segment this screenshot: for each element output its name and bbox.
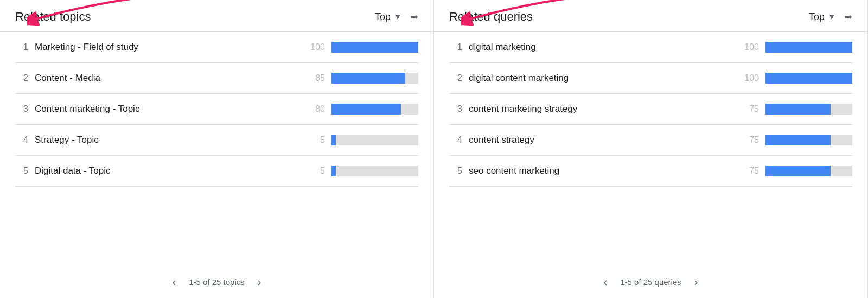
bar-fill [765, 135, 831, 145]
bar-fill [331, 135, 336, 145]
right-panel-footer: ‹ 1-5 of 25 queries › [434, 266, 867, 298]
table-row[interactable]: 3 Content marketing - Topic 80 [15, 94, 418, 125]
right-top-selector[interactable]: Top ▼ [809, 11, 835, 23]
bar-container [765, 135, 852, 145]
left-share-icon[interactable]: ➦ [410, 11, 418, 23]
right-panel-header: Related queries Top ▼ ➦ [434, 0, 867, 32]
row-label: digital content marketing [469, 73, 731, 84]
row-number: 3 [449, 104, 462, 114]
row-number: 4 [449, 135, 462, 145]
row-value: 5 [303, 166, 325, 176]
left-data-table: 1 Marketing - Field of study 100 2 Conte… [0, 32, 433, 266]
row-number: 4 [15, 135, 28, 145]
left-panel: Related topics Top ▼ ➦ 1 Marketing - Fie… [0, 0, 434, 298]
left-pagination: 1-5 of 25 topics [189, 277, 245, 287]
row-value: 100 [737, 73, 759, 83]
bar-container [765, 104, 852, 115]
row-value: 75 [737, 135, 759, 145]
right-panel: Related queries Top ▼ ➦ 1 digital market… [434, 0, 868, 298]
table-row[interactable]: 4 Strategy - Topic 5 [15, 125, 418, 156]
row-label: Marketing - Field of study [35, 42, 297, 53]
row-number: 2 [15, 73, 28, 83]
bar-container [331, 166, 418, 176]
left-top-label: Top [375, 11, 391, 23]
right-top-label: Top [809, 11, 825, 23]
right-pagination: 1-5 of 25 queries [620, 277, 681, 287]
bar-container [765, 73, 852, 84]
left-panel-header: Related topics Top ▼ ➦ [0, 0, 433, 32]
bar-container [331, 135, 418, 145]
row-label: Digital data - Topic [35, 166, 297, 176]
table-row[interactable]: 5 seo content marketing 75 [449, 156, 852, 187]
row-label: digital marketing [469, 42, 731, 53]
bar-container [765, 42, 852, 53]
row-label: content marketing strategy [469, 104, 731, 115]
row-number: 1 [449, 42, 462, 52]
row-label: seo content marketing [469, 166, 731, 176]
table-row[interactable]: 2 digital content marketing 100 [449, 63, 852, 94]
row-number: 1 [15, 42, 28, 52]
right-chevron-icon[interactable]: ▼ [828, 12, 835, 21]
bar-fill [331, 73, 405, 84]
bar-container [331, 104, 418, 115]
row-value: 85 [303, 73, 325, 83]
right-data-table: 1 digital marketing 100 2 digital conten… [434, 32, 867, 266]
row-label: Strategy - Topic [35, 135, 297, 145]
row-value: 5 [303, 135, 325, 145]
row-number: 2 [449, 73, 462, 83]
row-number: 3 [15, 104, 28, 114]
bar-fill [331, 42, 418, 53]
left-panel-title: Related topics [15, 10, 375, 24]
row-value: 100 [737, 42, 759, 52]
table-row[interactable]: 1 digital marketing 100 [449, 32, 852, 63]
left-top-selector[interactable]: Top ▼ [375, 11, 401, 23]
row-value: 75 [737, 166, 759, 176]
right-next-button[interactable]: › [694, 276, 698, 288]
table-row[interactable]: 1 Marketing - Field of study 100 [15, 32, 418, 63]
right-prev-button[interactable]: ‹ [604, 276, 608, 288]
bar-fill [331, 166, 336, 176]
bar-fill [765, 73, 852, 84]
bar-container [765, 166, 852, 176]
table-row[interactable]: 3 content marketing strategy 75 [449, 94, 852, 125]
bar-fill [765, 166, 831, 176]
table-row[interactable]: 2 Content - Media 85 [15, 63, 418, 94]
right-panel-title: Related queries [449, 10, 809, 24]
row-value: 100 [303, 42, 325, 52]
bar-container [331, 73, 418, 84]
bar-fill [765, 42, 852, 53]
row-value: 75 [737, 104, 759, 114]
bar-container [331, 42, 418, 53]
row-label: Content marketing - Topic [35, 104, 297, 115]
left-panel-footer: ‹ 1-5 of 25 topics › [0, 266, 433, 298]
left-chevron-icon[interactable]: ▼ [394, 12, 401, 21]
bar-fill [765, 104, 831, 115]
row-number: 5 [449, 166, 462, 176]
row-number: 5 [15, 166, 28, 176]
table-row[interactable]: 5 Digital data - Topic 5 [15, 156, 418, 187]
left-next-button[interactable]: › [258, 276, 261, 288]
row-value: 80 [303, 104, 325, 114]
right-share-icon[interactable]: ➦ [844, 11, 852, 23]
row-label: Content - Media [35, 73, 297, 84]
table-row[interactable]: 4 content strategy 75 [449, 125, 852, 156]
bar-fill [331, 104, 401, 115]
left-prev-button[interactable]: ‹ [173, 276, 176, 288]
row-label: content strategy [469, 135, 731, 145]
